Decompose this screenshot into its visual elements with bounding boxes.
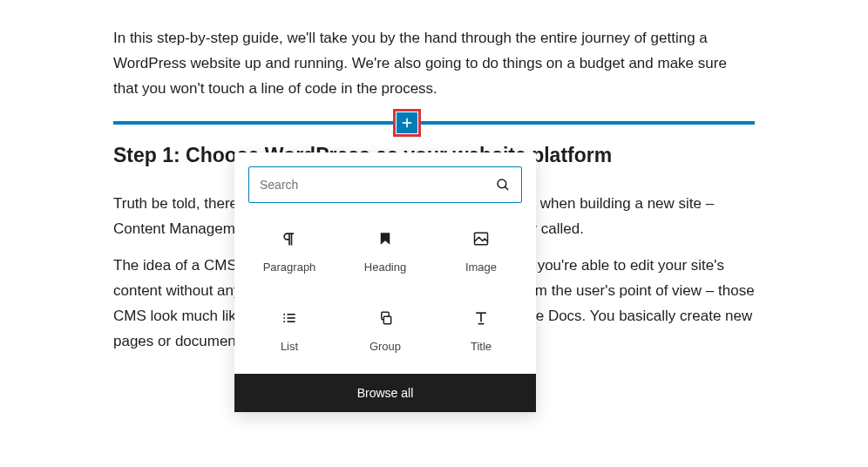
block-label: Heading xyxy=(364,261,406,274)
paragraph-icon xyxy=(280,229,299,248)
block-title[interactable]: Title xyxy=(433,300,529,362)
svg-point-2 xyxy=(498,179,506,188)
heading-icon xyxy=(376,229,395,248)
block-heading[interactable]: Heading xyxy=(337,220,433,282)
search-input[interactable] xyxy=(260,178,492,192)
block-insertion-divider xyxy=(113,114,755,132)
search-container xyxy=(234,152,536,213)
search-box xyxy=(248,166,522,203)
title-icon xyxy=(471,308,491,328)
group-icon xyxy=(376,308,395,328)
block-label: Title xyxy=(471,340,492,353)
plus-icon xyxy=(397,112,417,133)
blocks-grid: Paragraph Heading Image List xyxy=(234,213,536,374)
add-block-button[interactable] xyxy=(393,109,421,137)
block-label: Group xyxy=(370,340,401,353)
block-image[interactable]: Image xyxy=(433,220,529,282)
block-group[interactable]: Group xyxy=(337,300,433,362)
image-icon xyxy=(471,229,491,248)
block-label: Image xyxy=(465,261,497,274)
intro-paragraph: In this step-by-step guide, we'll take y… xyxy=(113,26,755,102)
browse-all-button[interactable]: Browse all xyxy=(234,374,536,412)
search-icon[interactable] xyxy=(492,173,514,196)
block-inserter-popover: Paragraph Heading Image List xyxy=(234,152,536,412)
svg-line-3 xyxy=(505,186,508,190)
block-label: List xyxy=(281,340,298,353)
list-icon xyxy=(280,308,299,328)
divider-line xyxy=(113,121,755,125)
svg-rect-12 xyxy=(383,316,390,323)
block-list[interactable]: List xyxy=(241,300,337,362)
block-label: Paragraph xyxy=(263,261,316,274)
block-paragraph[interactable]: Paragraph xyxy=(241,220,337,282)
